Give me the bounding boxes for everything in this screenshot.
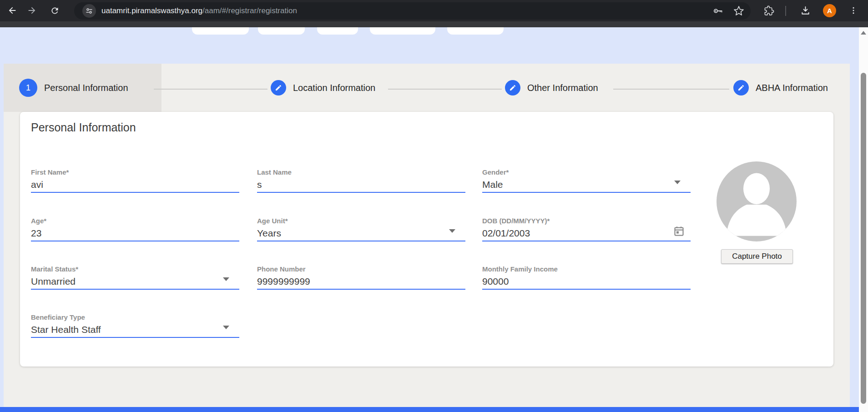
- registration-panel: 1 Personal Information Location Informat…: [4, 64, 850, 407]
- chevron-down-icon[interactable]: [223, 326, 229, 329]
- field-value: Star Health Staff: [31, 323, 239, 337]
- edit-step-badge: [271, 80, 286, 95]
- step-label: Location Information: [293, 83, 375, 93]
- card-title: Personal Information: [31, 121, 136, 134]
- field-label: First Name*: [31, 168, 239, 176]
- edit-pencil-icon: [737, 84, 745, 91]
- field-label: DOB (DD/MM/YYYY)*: [482, 217, 691, 225]
- field-value: Male: [482, 178, 691, 191]
- stepper-connector-2: [388, 89, 502, 90]
- browser-menu-button[interactable]: [845, 2, 862, 19]
- field-value: 90000: [482, 275, 691, 288]
- url-text[interactable]: uatamrit.piramalswasthya.org/aam/#/regis…: [101, 2, 297, 20]
- step-label: Other Information: [527, 83, 598, 93]
- profile-avatar[interactable]: A: [823, 4, 836, 17]
- cutoff-button-1[interactable]: [192, 27, 249, 35]
- toolbar-bottom-strip: [0, 21, 868, 27]
- field-value: Unmarried: [31, 275, 239, 288]
- reload-icon: [50, 6, 60, 15]
- back-button[interactable]: [4, 2, 20, 19]
- field-dob[interactable]: DOB (DD/MM/YYYY)* 02/01/2003: [482, 217, 691, 241]
- cutoff-button-5[interactable]: [447, 27, 504, 35]
- field-beneficiary-type[interactable]: Beneficiary Type Star Health Staff: [31, 313, 239, 338]
- stepper-connector-3: [613, 89, 729, 90]
- field-label: Beneficiary Type: [31, 313, 239, 322]
- field-value: 23: [31, 226, 239, 240]
- password-key-icon: [712, 5, 723, 16]
- cutoff-button-3[interactable]: [317, 27, 358, 35]
- url-domain: uatamrit.piramalswasthya.org: [101, 6, 202, 15]
- step-personal-information[interactable]: 1 Personal Information: [19, 64, 128, 112]
- stepper-connector-1: [154, 89, 267, 90]
- site-settings-icon: [85, 7, 93, 15]
- field-value: s: [257, 178, 465, 191]
- extensions-button[interactable]: [761, 2, 777, 19]
- browser-window: uatamrit.piramalswasthya.org/aam/#/regis…: [0, 0, 868, 412]
- field-monthly-family-income[interactable]: Monthly Family Income 90000: [482, 265, 691, 290]
- bookmark-star-icon: [733, 5, 744, 16]
- downloads-button[interactable]: [797, 2, 813, 19]
- field-value: 9999999999: [257, 275, 465, 288]
- forward-icon: [27, 5, 37, 15]
- url-path: /aam/#/registrar/registration: [202, 6, 297, 15]
- field-value: Years: [257, 226, 465, 240]
- edit-step-badge: [733, 80, 749, 95]
- profile-initial: A: [827, 7, 832, 15]
- download-icon: [800, 5, 811, 16]
- back-icon: [7, 5, 17, 15]
- forward-button[interactable]: [24, 2, 40, 19]
- site-settings-button[interactable]: [82, 4, 96, 18]
- field-last-name[interactable]: Last Name s: [257, 168, 465, 193]
- photo-placeholder: [717, 161, 797, 241]
- menu-kebab-icon: [849, 6, 858, 15]
- address-bar[interactable]: uatamrit.piramalswasthya.org/aam/#/regis…: [74, 2, 751, 20]
- edit-pencil-icon: [275, 84, 282, 91]
- field-label: Age Unit*: [257, 217, 465, 225]
- field-gender[interactable]: Gender* Male: [482, 168, 691, 193]
- field-value: 02/01/2003: [482, 226, 691, 240]
- chevron-down-icon[interactable]: [223, 277, 229, 281]
- field-age[interactable]: Age* 23: [31, 217, 239, 241]
- reload-button[interactable]: [46, 2, 63, 19]
- field-first-name[interactable]: First Name* avi: [31, 168, 239, 193]
- step-other-information[interactable]: Other Information: [505, 64, 598, 112]
- password-key-button[interactable]: [712, 5, 723, 16]
- scrollbar-thumb[interactable]: [861, 73, 866, 404]
- field-label: Monthly Family Income: [482, 265, 691, 273]
- field-phone-number[interactable]: Phone Number 9999999999: [257, 265, 465, 290]
- page-scrollbar[interactable]: [859, 27, 868, 412]
- field-label: Last Name: [257, 168, 465, 176]
- footer-accent-bar: [0, 407, 859, 412]
- field-age-unit[interactable]: Age Unit* Years: [257, 217, 465, 241]
- calendar-icon: [673, 225, 685, 237]
- field-label: Gender*: [482, 168, 691, 176]
- edit-step-badge: [505, 80, 520, 95]
- step-label: ABHA Information: [756, 83, 828, 93]
- step-abha-information[interactable]: ABHA Information: [733, 64, 828, 112]
- browser-toolbar: uatamrit.piramalswasthya.org/aam/#/regis…: [0, 0, 868, 21]
- chevron-down-icon[interactable]: [674, 181, 681, 184]
- personal-information-card: Personal Information First Name* avi Las…: [20, 112, 833, 367]
- bookmark-star-button[interactable]: [733, 5, 744, 16]
- field-label: Phone Number: [257, 265, 465, 273]
- step-number-badge: 1: [19, 79, 37, 97]
- registration-page: 1 Personal Information Location Informat…: [0, 27, 868, 412]
- extensions-icon: [764, 5, 774, 16]
- field-label: Age*: [31, 217, 239, 225]
- capture-photo-label: Capture Photo: [732, 252, 782, 261]
- toolbar-separator: [785, 6, 786, 16]
- datepicker-toggle[interactable]: [673, 225, 685, 237]
- step-label: Personal Information: [44, 83, 128, 93]
- field-value: avi: [31, 178, 239, 191]
- edit-pencil-icon: [509, 84, 516, 91]
- field-label: Marital Status*: [31, 265, 239, 273]
- person-silhouette-avatar: [717, 161, 797, 241]
- cutoff-button-4[interactable]: [370, 27, 435, 35]
- chevron-down-icon[interactable]: [449, 229, 455, 233]
- scroll-up-arrow-icon[interactable]: [861, 31, 866, 35]
- step-location-information[interactable]: Location Information: [271, 64, 375, 112]
- capture-photo-button[interactable]: Capture Photo: [721, 249, 793, 264]
- field-marital-status[interactable]: Marital Status* Unmarried: [31, 265, 239, 290]
- step-number: 1: [26, 83, 30, 93]
- cutoff-button-2[interactable]: [258, 27, 305, 35]
